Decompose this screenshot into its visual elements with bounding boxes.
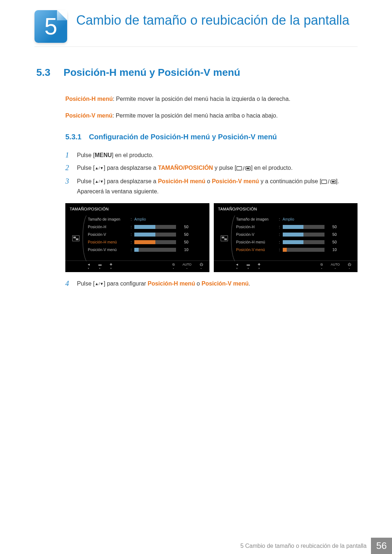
osd-row: Posición-V: 50: [236, 231, 354, 238]
osd-row: Posición-H: 50: [236, 223, 354, 231]
minus-icon: ▬▾: [98, 263, 102, 270]
source-icon: ⧉•: [172, 263, 175, 270]
chapter-title: Cambio de tamaño o reubicación de la pan…: [76, 10, 349, 28]
osd-row: Posición-H: 50: [88, 223, 205, 231]
intro-h-label: Posición-H menú: [65, 96, 113, 102]
osd-row-value: 10: [328, 247, 337, 252]
osd-slider: [134, 233, 176, 237]
step-number: 3: [65, 176, 77, 197]
osd-panel-right: TAMAÑO/POSICIÓN Tamaño de imagen:AmplioP…: [214, 203, 358, 272]
section-title: Posición-H menú y Posición-V menú: [64, 67, 240, 78]
subsection-heading: 5.3.1 Configuración de Posición-H menú y…: [36, 133, 358, 141]
footer-page-number: 56: [371, 538, 392, 554]
osd-slider: [283, 248, 324, 252]
auto-label: AUTO•: [331, 263, 340, 270]
minus-icon: ▬▾: [246, 263, 250, 270]
osd-panel-left: TAMAÑO/POSICIÓN Tamaño de imagen:AmplioP…: [65, 203, 209, 272]
osd-row-label: Posición-V menú: [236, 247, 279, 252]
osd-slider: [283, 225, 324, 229]
osd-title: TAMAÑO/POSICIÓN: [70, 207, 205, 211]
osd-row-label: Posición-V menú: [88, 247, 131, 252]
osd-slider: [134, 225, 176, 229]
power-icon: ⏻•: [200, 263, 203, 270]
steps-list: 1 Pulse [MENU] en el producto. 2 Pulse […: [36, 150, 358, 197]
power-icon: ⏻•: [348, 263, 351, 270]
osd-row-label: Posición-H menú: [236, 240, 279, 244]
plus-icon: ✚▾: [110, 263, 113, 270]
footer-label: 5 Cambio de tamaño o reubicación de la p…: [240, 538, 371, 554]
osd-slider: [134, 240, 176, 244]
osd-row-label: Posición-H: [236, 225, 279, 229]
plus-icon: ✚▾: [258, 263, 261, 270]
osd-row-value: 50: [328, 225, 337, 229]
intro-h-text: : Permite mover la posición del menú hac…: [113, 96, 290, 102]
svg-rect-8: [76, 238, 78, 240]
step-number: 4: [65, 279, 77, 288]
intro-v-text: : Permite mover la posición del menú hac…: [113, 112, 278, 119]
osd-footer: ◄▾ ▬▾ ✚▾ ⧉• AUTO• ⏻•: [214, 260, 358, 271]
page-footer: 5 Cambio de tamaño o reubicación de la p…: [0, 538, 392, 554]
step-text: Pulse [▲/▼] para desplazarse a Posición-…: [77, 176, 358, 197]
step-number: 1: [65, 150, 77, 160]
osd-row: Posición-H menú: 50: [88, 238, 205, 246]
step-text: Pulse [▲/▼] para desplazarse a TAMAÑO/PO…: [77, 163, 358, 173]
subsection-number: 5.3.1: [65, 133, 89, 141]
svg-rect-7: [73, 237, 76, 238]
osd-slider: [283, 233, 324, 237]
osd-footer: ◄▾ ▬▾ ✚▾ ⧉• AUTO• ⏻•: [65, 260, 209, 271]
chapter-header: 5 Cambio de tamaño o reubicación de la p…: [34, 0, 358, 47]
size-position-icon: [70, 216, 82, 241]
subsection-title: Configuración de Posición-H menú y Posic…: [89, 133, 277, 141]
section-number: 5.3: [36, 67, 64, 78]
source-enter-icon: /: [236, 164, 251, 173]
step-number: 2: [65, 163, 77, 173]
size-position-icon: [218, 216, 230, 241]
osd-row-value: 50: [180, 240, 188, 244]
osd-row-value: 10: [180, 247, 188, 252]
source-enter-icon: /: [321, 177, 336, 186]
osd-row-value: Amplio: [283, 217, 294, 221]
intro-v-label: Posición-V menú: [65, 112, 113, 119]
up-down-icon: ▲/▼: [95, 280, 104, 287]
osd-row-label: Tamaño de imagen: [236, 217, 279, 221]
svg-rect-3: [322, 180, 327, 184]
osd-panels: TAMAÑO/POSICIÓN Tamaño de imagen:AmplioP…: [65, 203, 358, 272]
osd-row-label: Tamaño de imagen: [88, 217, 131, 221]
svg-rect-0: [237, 167, 242, 170]
source-icon: ⧉•: [320, 263, 323, 270]
osd-row-label: Posición-V: [88, 232, 131, 237]
chapter-badge: 5: [34, 10, 67, 43]
osd-row-value: 50: [180, 225, 188, 229]
osd-row-label: Posición-H: [88, 225, 131, 229]
osd-row: Tamaño de imagen:Amplio: [88, 216, 205, 223]
osd-row: Posición-V menú: 10: [88, 246, 205, 254]
osd-row-label: Posición-V: [236, 232, 279, 237]
step-text: Pulse [MENU] en el producto.: [77, 150, 358, 160]
auto-label: AUTO•: [183, 263, 192, 270]
osd-row-label: Posición-H menú: [88, 240, 131, 244]
section-heading: 5.3 Posición-H menú y Posición-V menú: [36, 67, 358, 78]
svg-rect-11: [224, 238, 227, 240]
osd-row-value: 50: [328, 232, 337, 237]
osd-title: TAMAÑO/POSICIÓN: [218, 207, 354, 211]
nav-left-icon: ◄▾: [236, 263, 239, 270]
nav-left-icon: ◄▾: [87, 263, 90, 270]
chapter-number: 5: [34, 10, 67, 43]
osd-row: Posición-V: 50: [88, 231, 205, 238]
osd-row-value: 50: [328, 240, 337, 244]
svg-rect-5: [332, 181, 335, 182]
osd-row-value: Amplio: [134, 217, 146, 221]
osd-row-value: 50: [180, 232, 188, 237]
section-intro: Posición-H menú: Permite mover la posici…: [36, 95, 358, 120]
osd-row: Posición-V menú: 10: [236, 246, 354, 254]
up-down-icon: ▲/▼: [95, 165, 104, 172]
steps-list-cont: 4 Pulse [▲/▼] para configurar Posición-H…: [36, 279, 358, 288]
osd-row: Posición-H menú: 50: [236, 238, 354, 246]
svg-rect-2: [246, 168, 249, 169]
svg-rect-10: [222, 237, 224, 238]
osd-slider: [283, 240, 324, 244]
osd-slider: [134, 248, 176, 252]
osd-row: Tamaño de imagen:Amplio: [236, 216, 354, 223]
up-down-icon: ▲/▼: [95, 178, 104, 185]
step-text: Pulse [▲/▼] para configurar Posición-H m…: [77, 279, 358, 288]
